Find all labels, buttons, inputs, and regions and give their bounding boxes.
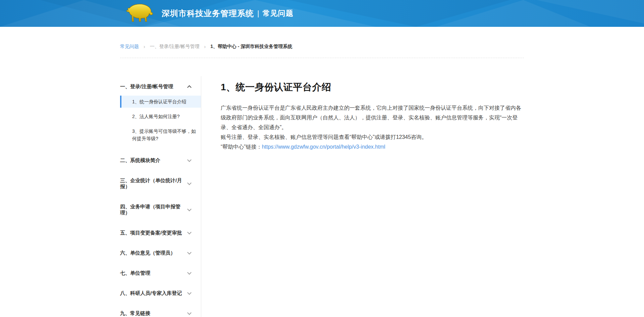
sidebar-section-unit-opinion: 六、单位意见（管理员） — [120, 247, 201, 259]
chevron-down-icon — [187, 250, 192, 255]
article-paragraph: 账号注册、登录、实名核验、账户信息管理等问题查看“帮助中心”或请拨打12345咨… — [221, 132, 524, 142]
title-separator: | — [257, 9, 259, 18]
breadcrumb-category: 一、登录/注册/帐号管理 — [150, 44, 200, 50]
sidebar-section-business-apply: 四、业务申请（项目申报管理） — [120, 200, 201, 219]
sidebar-section-label: 三、企业统计（单位统计/月报） — [120, 177, 188, 190]
sidebar-section-header-modules[interactable]: 二、系统模块简介 — [120, 154, 201, 167]
sidebar-section-header-unit-opinion[interactable]: 六、单位意见（管理员） — [120, 247, 201, 259]
sidebar-section-header-business-apply[interactable]: 四、业务申请（项目申报管理） — [120, 200, 201, 219]
breadcrumb-separator-icon: › — [144, 44, 145, 49]
help-center-link-label: “帮助中心”链接： — [221, 144, 262, 150]
page-section-title: 常见问题 — [263, 8, 293, 18]
chevron-down-icon — [187, 290, 192, 295]
faq-sidebar: 一、登录/注册/帐号管理 1、统一身份认证平台介绍 2、法人账号如何注册? 3、… — [120, 76, 201, 317]
sidebar-section-project-change: 五、项目变更备案/变更审批 — [120, 226, 201, 239]
sidebar-section-children: 1、统一身份认证平台介绍 2、法人账号如何注册? 3、提示账号可信等级不够，如何… — [120, 96, 201, 145]
sidebar-section-label: 九、常见链接 — [120, 310, 150, 316]
app-header: 深圳市科技业务管理系统 | 常见问题 — [0, 0, 644, 27]
help-center-link[interactable]: https://www.gdzwfw.gov.cn/portal/help/v3… — [262, 144, 385, 150]
app-title: 深圳市科技业务管理系统 — [162, 8, 254, 19]
dashed-divider — [120, 58, 524, 58]
chevron-down-icon — [187, 311, 192, 315]
sidebar-section-label: 六、单位意见（管理员） — [120, 250, 175, 256]
breadcrumb: 常见问题 › 一、登录/注册/帐号管理 › 1、帮助中心 - 深圳市科技业务管理… — [120, 44, 524, 50]
sidebar-section-researcher-registry: 八、科研人员/专家入库登记 — [120, 287, 201, 300]
sidebar-section-header-common-links[interactable]: 九、常见链接 — [120, 307, 201, 317]
chevron-down-icon — [187, 230, 192, 234]
article-title: 1、统一身份认证平台介绍 — [221, 81, 524, 94]
sidebar-item-label: 3、提示账号可信等级不够，如何提升等级? — [132, 128, 196, 141]
chevron-down-icon — [187, 181, 192, 185]
chevron-down-icon — [187, 270, 192, 275]
sidebar-item-label: 2、法人账号如何注册? — [132, 114, 180, 119]
breadcrumb-separator-icon: › — [204, 44, 206, 49]
sidebar-section-label: 七、单位管理 — [120, 270, 150, 276]
help-center-link-line: “帮助中心”链接：https://www.gdzwfw.gov.cn/porta… — [221, 142, 524, 152]
sidebar-section-label: 五、项目变更备案/变更审批 — [120, 230, 182, 236]
article-paragraph: 广东省统一身份认证平台是广东省人民政府主办建立的一套系统，它向上对接了国家统一身… — [221, 103, 524, 132]
faq-article: 1、统一身份认证平台介绍 广东省统一身份认证平台是广东省人民政府主办建立的一套系… — [221, 76, 524, 317]
chevron-down-icon — [187, 207, 192, 211]
breadcrumb-home-link[interactable]: 常见问题 — [120, 44, 139, 50]
sidebar-section-header-unit-management[interactable]: 七、单位管理 — [120, 267, 201, 279]
sidebar-section-header-researcher-registry[interactable]: 八、科研人员/专家入库登记 — [120, 287, 201, 300]
sidebar-item-unified-identity-intro[interactable]: 1、统一身份认证平台介绍 — [120, 96, 201, 108]
sidebar-section-login: 一、登录/注册/帐号管理 1、统一身份认证平台介绍 2、法人账号如何注册? 3、… — [120, 80, 201, 145]
sidebar-item-label: 1、统一身份认证平台介绍 — [132, 99, 186, 104]
sidebar-section-enterprise-stats: 三、企业统计（单位统计/月报） — [120, 174, 201, 193]
sidebar-section-label: 二、系统模块简介 — [120, 157, 160, 163]
sidebar-section-header-project-change[interactable]: 五、项目变更备案/变更审批 — [120, 226, 201, 239]
sidebar-section-common-links: 九、常见链接 — [120, 307, 201, 317]
sidebar-section-modules: 二、系统模块简介 — [120, 154, 201, 167]
chevron-up-icon — [187, 85, 192, 90]
golden-bull-logo-icon — [125, 3, 156, 24]
header-title-group: 深圳市科技业务管理系统 | 常见问题 — [162, 8, 293, 19]
sidebar-section-header-login[interactable]: 一、登录/注册/帐号管理 — [120, 80, 201, 93]
sidebar-section-label: 一、登录/注册/帐号管理 — [120, 84, 173, 90]
sidebar-item-account-trust-level[interactable]: 3、提示账号可信等级不够，如何提升等级? — [120, 125, 201, 145]
sidebar-section-label: 八、科研人员/专家入库登记 — [120, 290, 182, 296]
sidebar-section-unit-management: 七、单位管理 — [120, 267, 201, 279]
breadcrumb-current-page: 1、帮助中心 - 深圳市科技业务管理系统 — [210, 44, 292, 50]
sidebar-section-header-enterprise-stats[interactable]: 三、企业统计（单位统计/月报） — [120, 174, 201, 193]
chevron-down-icon — [187, 158, 192, 162]
article-body: 广东省统一身份认证平台是广东省人民政府主办建立的一套系统，它向上对接了国家统一身… — [221, 103, 524, 152]
sidebar-section-label: 四、业务申请（项目申报管理） — [120, 204, 188, 216]
sidebar-item-legal-person-register[interactable]: 2、法人账号如何注册? — [120, 110, 201, 122]
